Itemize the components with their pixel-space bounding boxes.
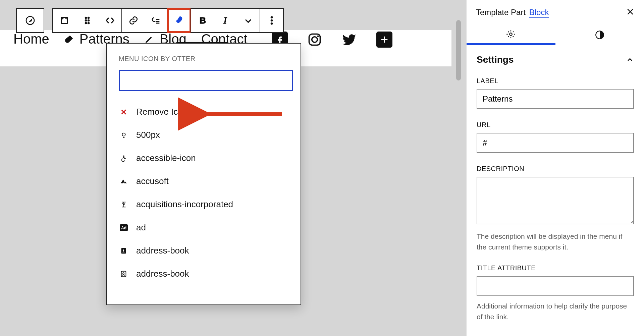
- icon-row-address-book-regular[interactable]: address-book: [119, 262, 288, 285]
- tab-settings[interactable]: [467, 25, 555, 45]
- bold-button[interactable]: B: [191, 9, 214, 32]
- menu-icons-button[interactable]: [168, 9, 191, 32]
- add-block-icon[interactable]: [376, 32, 392, 48]
- svg-point-7: [85, 19, 87, 21]
- settings-heading-label: Settings: [477, 54, 514, 65]
- title-attr-field-label: TITLE ATTRIBUTE: [477, 264, 634, 272]
- svg-point-10: [88, 22, 89, 24]
- icon-row-label: address-book: [136, 269, 189, 279]
- remove-icon-row[interactable]: Remove Icon: [119, 100, 288, 123]
- svg-point-21: [123, 249, 124, 251]
- toolbar-group-3: [121, 8, 191, 33]
- accessible-icon: [119, 155, 129, 162]
- breadcrumb-root: Template Part: [476, 8, 526, 17]
- toolbar-group-5: [260, 8, 284, 33]
- icon-row-address-book-solid[interactable]: address-book: [119, 239, 288, 262]
- description-help: The description will be displayed in the…: [477, 231, 634, 252]
- nav-item-label: Home: [13, 32, 49, 47]
- svg-point-15: [271, 23, 272, 24]
- brush-icon: [64, 34, 74, 44]
- breadcrumb-leaf: Block: [529, 8, 549, 18]
- gear-icon: [506, 30, 516, 39]
- icon-row-ad[interactable]: Ad ad: [119, 216, 288, 239]
- settings-heading[interactable]: Settings: [477, 54, 634, 65]
- svg-rect-4: [61, 17, 68, 24]
- icon-row-acquisitions[interactable]: acquisitions-incorporated: [119, 193, 288, 216]
- toolbar-group-1: [16, 8, 44, 33]
- more-rich-text-button[interactable]: [237, 9, 260, 32]
- italic-button[interactable]: I: [214, 9, 237, 32]
- title-attr-input[interactable]: [477, 276, 634, 296]
- description-field: DESCRIPTION The description will be disp…: [477, 165, 634, 252]
- link-button[interactable]: [122, 9, 145, 32]
- navigation-block-icon[interactable]: [17, 9, 44, 32]
- toolbar-group-4: B I: [191, 8, 260, 33]
- svg-point-6: [88, 17, 89, 18]
- icon-row-label: accessible-icon: [136, 153, 196, 163]
- icon-row-label: Remove Icon: [136, 107, 187, 117]
- description-field-label: DESCRIPTION: [477, 165, 634, 173]
- settings-sidebar: Template Part Block Settings LABEL URL D…: [466, 0, 644, 336]
- icon-row-accessible[interactable]: accessible-icon: [119, 147, 288, 170]
- twitter-icon[interactable]: [341, 32, 358, 48]
- editor-canvas: Home Patterns Blog Contact: [0, 0, 466, 336]
- breadcrumb[interactable]: Template Part Block: [476, 8, 549, 17]
- icon-list: Remove Icon 500px accessible-icon accuso…: [119, 100, 288, 285]
- label-field-label: LABEL: [477, 77, 634, 85]
- icon-row-label: accusoft: [136, 176, 169, 186]
- svg-text:Ad: Ad: [121, 226, 126, 230]
- icon-row-500px[interactable]: 500px: [119, 123, 288, 147]
- chevron-up-icon: [626, 56, 634, 64]
- select-parent-button[interactable]: [53, 9, 76, 32]
- icon-row-label: acquisitions-incorporated: [136, 199, 233, 210]
- sidebar-header: Template Part Block: [467, 0, 644, 25]
- title-attr-help: Additional information to help clarify t…: [477, 301, 634, 322]
- instagram-icon[interactable]: [307, 32, 323, 48]
- menu-icon-popover: MENU ICON BY OTTER Remove Icon 500px acc…: [106, 43, 301, 305]
- svg-point-23: [123, 273, 124, 274]
- url-field: URL: [477, 121, 634, 153]
- tab-styles[interactable]: [555, 25, 644, 45]
- svg-text:B: B: [200, 15, 206, 25]
- svg-point-1: [312, 37, 318, 43]
- description-textarea[interactable]: [477, 177, 634, 224]
- close-sidebar-button[interactable]: [626, 6, 635, 19]
- address-book-solid-icon: [119, 247, 129, 255]
- drag-handle-icon[interactable]: [76, 9, 99, 32]
- url-input[interactable]: [477, 133, 634, 153]
- svg-point-25: [510, 33, 512, 35]
- svg-point-13: [271, 16, 272, 18]
- toolbar-group-2: [52, 8, 122, 33]
- svg-text:I: I: [223, 15, 227, 25]
- acquisitions-icon: [119, 201, 129, 208]
- svg-point-14: [271, 19, 272, 21]
- nav-item-home[interactable]: Home: [13, 32, 49, 47]
- submenu-button[interactable]: [145, 9, 168, 32]
- move-arrows-button[interactable]: [99, 9, 121, 32]
- sidebar-tabs: [467, 25, 644, 45]
- label-field: LABEL: [477, 77, 634, 109]
- svg-point-8: [88, 19, 89, 21]
- url-field-label: URL: [477, 121, 634, 129]
- icon-row-label: 500px: [136, 130, 160, 140]
- settings-section: Settings LABEL URL DESCRIPTION The descr…: [467, 45, 644, 322]
- styles-icon: [595, 30, 604, 40]
- svg-point-16: [122, 133, 125, 136]
- 500px-icon: [119, 131, 129, 139]
- address-book-regular-icon: [119, 270, 129, 278]
- icon-search-input[interactable]: [119, 70, 293, 91]
- ad-icon: Ad: [119, 224, 129, 231]
- svg-point-17: [123, 155, 124, 157]
- icon-row-label: ad: [136, 222, 146, 233]
- icon-row-label: address-book: [136, 245, 189, 256]
- icon-row-accusoft[interactable]: accusoft: [119, 170, 288, 193]
- popover-header: MENU ICON BY OTTER: [119, 55, 288, 63]
- pencil-icon: [144, 34, 154, 44]
- svg-point-9: [85, 22, 87, 24]
- options-button[interactable]: [260, 9, 283, 32]
- accusoft-icon: [119, 178, 129, 185]
- block-toolbar: B I: [16, 8, 284, 33]
- canvas-scrollbar[interactable]: [456, 20, 461, 80]
- label-input[interactable]: [477, 89, 634, 109]
- svg-point-5: [85, 17, 87, 18]
